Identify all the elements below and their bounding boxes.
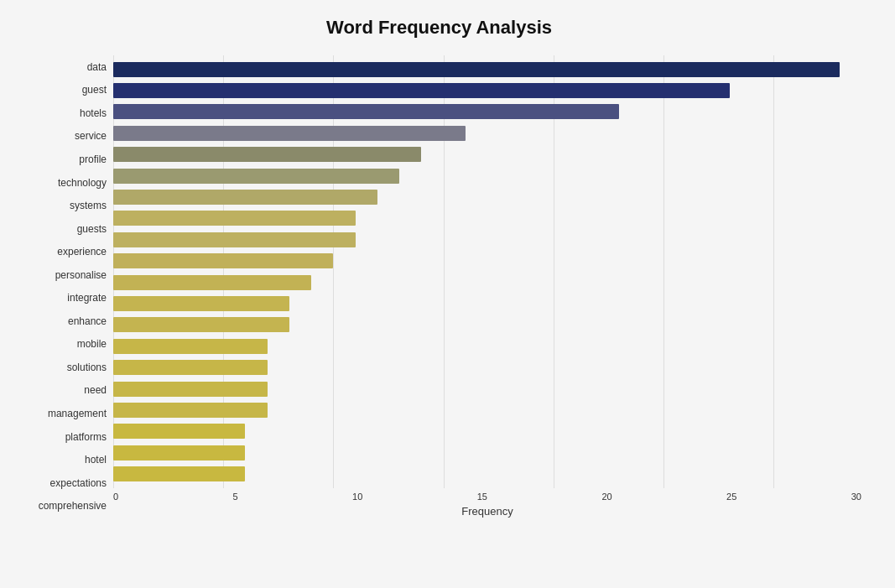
y-label: comprehensive [39,501,107,511]
x-tick: 25 [726,492,736,502]
y-label: guests [77,224,107,234]
bar [113,190,377,205]
bar-row [113,231,861,249]
x-ticks: 051015202530 [113,492,861,502]
bar [113,424,245,439]
y-label: solutions [67,362,107,372]
bar-row [113,102,861,121]
bar-row [113,380,861,398]
bar-row [113,124,861,143]
bar [113,275,311,290]
x-axis-label: Frequency [113,505,861,518]
bar [113,317,289,332]
bar-row [113,188,861,206]
bar [113,211,356,226]
y-label: profile [79,154,107,164]
chart-title: Word Frequency Analysis [17,17,861,39]
x-tick: 0 [113,492,118,502]
y-label: expectations [50,478,107,488]
x-tick: 10 [352,492,362,502]
bar-row [113,60,861,79]
y-label: personalise [55,270,107,280]
bar-row [113,358,861,377]
x-tick: 5 [233,492,238,502]
bar-row [113,294,861,313]
x-tick: 15 [477,492,487,502]
bars-and-x: 051015202530 Frequency [113,55,861,518]
bar-row [113,315,861,334]
x-tick: 20 [601,492,611,502]
y-label: hotel [85,455,107,465]
y-label: data [87,62,107,72]
bar [113,466,245,481]
bar-row [113,145,861,164]
bars-area [113,55,861,488]
bar [113,147,421,162]
bar [113,445,245,461]
x-tick: 30 [851,492,861,502]
bar-row [113,209,861,227]
bar [113,382,268,397]
y-label: need [84,385,107,395]
y-label: enhance [68,316,107,326]
bar-row [113,337,861,356]
chart-area: dataguesthotelsserviceprofiletechnologys… [17,55,861,518]
bar-row [113,444,861,462]
x-axis: 051015202530 Frequency [113,492,861,518]
y-label: technology [58,178,107,188]
y-label: guest [82,85,107,95]
bar [113,360,268,375]
y-label: platforms [65,432,107,442]
bar [113,104,619,119]
bar [113,62,840,77]
bar [113,403,268,418]
bar-row [113,81,861,100]
chart-container: Word Frequency Analysis dataguesthotelss… [0,0,895,588]
y-label: experience [57,247,107,257]
bar [113,232,356,247]
bar [113,253,333,268]
y-label: systems [70,200,107,211]
y-axis: dataguesthotelsserviceprofiletechnologys… [17,55,113,518]
y-label: mobile [77,339,107,349]
bar-row [113,252,861,270]
y-label: integrate [67,293,107,303]
bars-inner [113,55,861,488]
bar-row [113,273,861,292]
bar [113,126,466,141]
y-label: service [75,131,107,141]
bar-row [113,167,861,185]
bar [113,296,289,311]
bar-row [113,401,861,419]
bar [113,339,268,354]
bar [113,169,399,184]
y-label: management [48,408,107,419]
bar-row [113,422,861,440]
y-label: hotels [80,108,107,118]
bar [113,83,730,98]
bar-row [113,465,861,483]
